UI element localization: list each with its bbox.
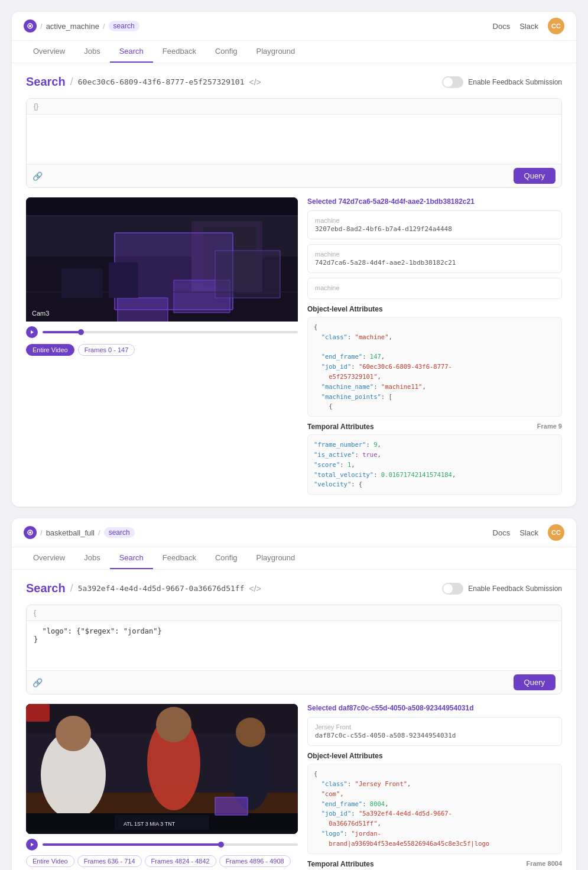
info-panel-2: Selected daf87c0c-c55d-4050-a508-9234495… <box>307 704 562 870</box>
tab-playground-1[interactable]: Playground <box>247 41 305 63</box>
query-textarea-1[interactable] <box>27 115 561 162</box>
frame-tag-entire-1[interactable]: Entire Video <box>26 344 74 356</box>
play-button-1[interactable] <box>26 326 38 338</box>
query-box-1: {} 🔗 Query <box>26 98 562 188</box>
frame-tags-1: Entire Video Frames 0 - 147 <box>26 344 298 356</box>
video-controls-2 <box>26 839 298 850</box>
query-textarea-2[interactable]: "logo": {"$regex": "jordan"} } <box>27 621 561 668</box>
avatar-1[interactable]: CC <box>548 18 564 34</box>
svg-marker-15 <box>31 330 34 334</box>
object-attrs-title-2: Object-level Attributes <box>307 752 562 760</box>
toggle-label-2: Enable Feedback Submission <box>468 585 562 593</box>
tab-playground-2[interactable]: Playground <box>247 547 305 569</box>
code-icon-1[interactable]: </> <box>249 77 261 87</box>
frame-tag-4896-2[interactable]: Frames 4896 - 4908 <box>219 855 291 867</box>
machine-value-b1: 742d7ca6-5a28-4d4f-aae2-1bdb38182c21 <box>315 259 554 267</box>
tab-config-2[interactable]: Config <box>206 547 247 569</box>
docs-link-2[interactable]: Docs <box>493 528 511 537</box>
svg-rect-9 <box>215 251 280 298</box>
svg-rect-11 <box>61 268 103 298</box>
breadcrumb-1: / active_machine / search <box>24 20 139 33</box>
toggle-switch-2[interactable] <box>442 583 463 595</box>
info-panel-1: Selected 742d7ca6-5a28-4d4f-aae2-1bdb381… <box>307 197 562 495</box>
breadcrumb-page-1[interactable]: search <box>109 21 139 31</box>
temporal-attrs-2: Temporal Attributes Frame 8004 "bounding… <box>307 860 562 870</box>
page-id-2: 5a392ef4-4e4d-4d5d-9667-0a36676d51ff <box>78 584 245 593</box>
svg-point-1 <box>29 25 31 27</box>
query-box-2: { "logo": {"$regex": "jordan"} } 🔗 Query <box>26 605 562 694</box>
results-area-1: 2022-11-07 15:25:02 <box>26 197 562 495</box>
feedback-toggle-1[interactable]: Enable Feedback Submission <box>442 76 562 88</box>
video-cam-label-1: Cam3 <box>32 310 49 317</box>
feedback-toggle-2[interactable]: Enable Feedback Submission <box>442 583 562 595</box>
progress-bar-1[interactable] <box>43 331 298 333</box>
svg-rect-14 <box>26 197 298 215</box>
results-area-2: ATL 1ST 3 MIA 3 TNT <box>26 704 562 870</box>
svg-point-23 <box>156 707 191 742</box>
frame-tag-0-147-1[interactable]: Frames 0 - 147 <box>78 344 135 356</box>
object-attrs-1: Object-level Attributes { "class": "mach… <box>307 305 562 417</box>
object-attrs-code-2: { "class": "Jersey Front", "com", "end_f… <box>307 764 562 853</box>
tab-feedback-2[interactable]: Feedback <box>153 547 206 569</box>
tab-config-1[interactable]: Config <box>206 41 247 63</box>
breadcrumb-page-2[interactable]: search <box>104 527 135 538</box>
machine-label-b1: machine <box>315 251 554 258</box>
attach-icon-1[interactable]: 🔗 <box>33 171 43 181</box>
toggle-label-1: Enable Feedback Submission <box>468 78 562 86</box>
app-logo-2 <box>24 526 37 539</box>
tab-search-2[interactable]: Search <box>110 547 153 569</box>
frame-tag-636-2[interactable]: Frames 636 - 714 <box>77 855 142 867</box>
breadcrumb-project-2[interactable]: basketball_full <box>46 528 95 537</box>
frame-tag-4824-2[interactable]: Frames 4824 - 4842 <box>145 855 216 867</box>
object-attrs-title-1: Object-level Attributes <box>307 305 562 313</box>
machine-card-1: machine 3207ebd-8ad2-4bf6-b7a4-d129f24a4… <box>307 210 562 239</box>
video-panel-2: ATL 1ST 3 MIA 3 TNT <box>26 704 298 870</box>
svg-text:ATL 1ST 3 MIA 3 TNT: ATL 1ST 3 MIA 3 TNT <box>124 821 176 827</box>
tab-overview-1[interactable]: Overview <box>24 41 74 63</box>
nav-tabs-1: Overview Jobs Search Feedback Config Pla… <box>12 41 576 63</box>
attach-icon-2[interactable]: 🔗 <box>33 678 43 687</box>
tab-search-1[interactable]: Search <box>110 41 153 63</box>
play-button-2[interactable] <box>26 839 38 850</box>
page-title-1: Search <box>26 75 66 89</box>
machine-card-3: machine <box>307 278 562 299</box>
temporal-frame-label-1: Frame 9 <box>537 423 562 431</box>
svg-marker-34 <box>31 843 34 846</box>
docs-link-1[interactable]: Docs <box>493 22 511 31</box>
selected-id-2: Selected daf87c0c-c55d-4050-a508-9234495… <box>307 704 562 712</box>
page-title-2: Search <box>26 582 66 595</box>
svg-rect-12 <box>109 262 138 298</box>
toggle-switch-1[interactable] <box>442 76 463 88</box>
object-attrs-code-1: { "class": "machine", "end_frame": 147, … <box>307 317 562 417</box>
breadcrumb-2: / basketball_full / search <box>24 526 135 539</box>
progress-bar-2[interactable] <box>43 843 298 846</box>
machine-label-c1: machine <box>315 284 554 291</box>
object-attrs-2: Object-level Attributes { "class": "Jers… <box>307 752 562 853</box>
query-button-2[interactable]: Query <box>514 674 555 690</box>
svg-point-28 <box>56 716 91 751</box>
tab-feedback-1[interactable]: Feedback <box>153 41 206 63</box>
temporal-attrs-title-2: Temporal Attributes Frame 8004 <box>307 860 562 868</box>
app-logo-1 <box>24 20 37 33</box>
temporal-attrs-code-1: "frame_number": 9, "is_active": true, "s… <box>307 434 562 495</box>
header-actions-2: Docs Slack CC <box>493 524 564 541</box>
machine-card-2: machine 742d7ca6-5a28-4d4f-aae2-1bdb3818… <box>307 244 562 273</box>
tab-jobs-2[interactable]: Jobs <box>74 547 109 569</box>
jersey-label-2: Jersey Front <box>315 723 554 731</box>
selected-id-1: Selected 742d7ca6-5a28-4d4f-aae2-1bdb381… <box>307 197 562 206</box>
code-icon-2[interactable]: </> <box>249 584 261 593</box>
breadcrumb-project-1[interactable]: active_machine <box>46 22 99 31</box>
avatar-2[interactable]: CC <box>548 524 564 541</box>
tab-overview-2[interactable]: Overview <box>24 547 74 569</box>
svg-point-26 <box>236 718 265 747</box>
jersey-card-2: Jersey Front daf87c0c-c55d-4050-a508-923… <box>307 717 562 746</box>
frame-tags-2: Entire Video Frames 636 - 714 Frames 482… <box>26 855 298 870</box>
video-controls-1 <box>26 326 298 338</box>
tab-jobs-1[interactable]: Jobs <box>74 41 109 63</box>
svg-rect-33 <box>26 830 298 834</box>
frame-tag-entire-2[interactable]: Entire Video <box>26 855 74 867</box>
query-button-1[interactable]: Query <box>514 168 555 184</box>
slack-link-2[interactable]: Slack <box>519 528 538 537</box>
jersey-value-2: daf87c0c-c55d-4050-a508-92344954031d <box>315 732 554 739</box>
slack-link-1[interactable]: Slack <box>519 22 538 31</box>
